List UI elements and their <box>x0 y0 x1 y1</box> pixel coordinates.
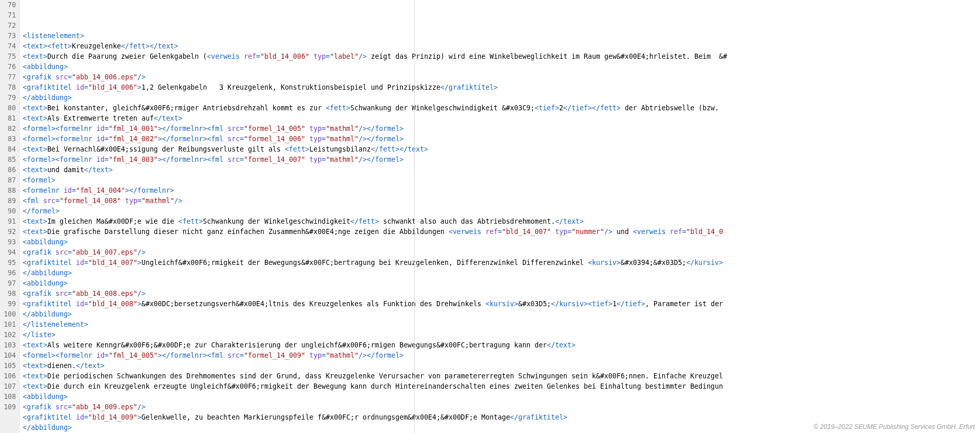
code-line[interactable]: <abbildung> <box>23 237 980 247</box>
line-number: 88 <box>0 186 16 196</box>
line-number: 73 <box>0 31 16 41</box>
code-line[interactable]: <text>Als weitere Kenngr&#x00F6;&#x00DF;… <box>23 340 980 351</box>
code-line[interactable]: <text>Bei Vernachl&#x00E4;ssigung der Re… <box>23 144 980 155</box>
line-number: 107 <box>0 381 16 392</box>
footer-copyright: © 2019–2022 SEUME Publishing Services Gm… <box>813 422 975 432</box>
code-line[interactable]: </abbildung> <box>23 309 980 320</box>
code-line[interactable]: </abbildung> <box>23 93 980 103</box>
line-number: 109 <box>0 402 16 412</box>
code-line[interactable]: </liste> <box>23 330 980 340</box>
line-number: 87 <box>0 175 16 186</box>
line-number: 71 <box>0 10 16 21</box>
line-number: 91 <box>0 216 16 227</box>
line-number: 79 <box>0 93 16 103</box>
code-line[interactable]: </abbildung> <box>23 268 980 278</box>
line-number: 102 <box>0 330 16 340</box>
code-line[interactable]: <formel><formelnr id="fml_14_005"></form… <box>23 351 980 361</box>
line-number: 106 <box>0 371 16 381</box>
line-number: 85 <box>0 155 16 165</box>
code-line[interactable]: <formel><formelnr id="fml_14_002"></form… <box>23 134 980 144</box>
line-number: 76 <box>0 62 16 72</box>
line-number: 95 <box>0 258 16 268</box>
code-line[interactable]: <text><fett>Kreuzgelenke</fett></text> <box>23 41 980 52</box>
line-number: 70 <box>0 0 16 10</box>
code-line[interactable]: <grafiktitel id="bld_14_006">1,2 Gelenkg… <box>23 82 980 93</box>
line-number: 97 <box>0 278 16 289</box>
line-number: 82 <box>0 124 16 134</box>
line-number: 101 <box>0 320 16 330</box>
line-number: 81 <box>0 113 16 124</box>
code-line[interactable]: <text>Durch die Paarung zweier Gelenkgab… <box>23 52 980 62</box>
code-line[interactable]: <text>dienen.</text> <box>23 361 980 371</box>
line-number: 93 <box>0 237 16 247</box>
line-number: 86 <box>0 165 16 175</box>
line-number: 77 <box>0 72 16 82</box>
line-number-gutter: 7071727374757677787980818283848586878889… <box>0 0 20 433</box>
code-line[interactable]: <grafik src="abb_14_006.eps"/> <box>23 72 980 82</box>
line-number: 78 <box>0 82 16 93</box>
code-line[interactable]: <grafik src="abb_14_009.eps"/> <box>23 402 980 412</box>
code-line[interactable]: <text>Die grafische Darstellung dieser n… <box>23 227 980 237</box>
line-number: 105 <box>0 361 16 371</box>
line-number: 83 <box>0 134 16 144</box>
editor: 7071727374757677787980818283848586878889… <box>0 0 980 433</box>
code-area[interactable]: <listenelement><text><fett>Kreuzgelenke<… <box>20 0 980 433</box>
line-number: 94 <box>0 247 16 258</box>
code-line[interactable]: <text>Im gleichen Ma&#x00DF;e wie die <f… <box>23 216 980 227</box>
code-line[interactable]: <formel><formelnr id="fml_14_003"></form… <box>23 155 980 165</box>
line-number: 108 <box>0 392 16 402</box>
line-number: 74 <box>0 41 16 52</box>
line-number: 75 <box>0 52 16 62</box>
code-line[interactable]: <formel> <box>23 175 980 186</box>
line-number: 80 <box>0 103 16 113</box>
code-line[interactable]: </listenelement> <box>23 320 980 330</box>
code-line[interactable]: <text>Die durch ein Kreuzgelenk erzeugte… <box>23 381 980 392</box>
code-line[interactable]: <abbildung> <box>23 62 980 72</box>
line-number: 72 <box>0 21 16 31</box>
code-line[interactable]: <text>Die periodischen Schwankungen des … <box>23 371 980 381</box>
code-line[interactable]: <grafiktitel id="bld_14_008">&#x00DC;ber… <box>23 299 980 309</box>
code-line[interactable]: <abbildung> <box>23 392 980 402</box>
line-number: 100 <box>0 309 16 320</box>
code-line[interactable]: <text>Als Extremwerte treten auf</text> <box>23 113 980 124</box>
code-line[interactable]: <listenelement> <box>23 31 980 41</box>
code-line[interactable]: <grafik src="abb_14_007.eps"/> <box>23 247 980 258</box>
code-line[interactable]: <fml src="formel_14_008" typ="mathml"/> <box>23 196 980 206</box>
line-number: 90 <box>0 206 16 216</box>
code-line[interactable]: <grafik src="abb_14_008.eps"/> <box>23 289 980 299</box>
line-number: 99 <box>0 299 16 309</box>
code-line[interactable]: <grafiktitel id="bld_14_009">Gelenkwelle… <box>23 412 980 423</box>
code-line[interactable]: <text>und damit</text> <box>23 165 980 175</box>
code-line[interactable]: <formelnr id="fml_14_004"></formelnr> <box>23 186 980 196</box>
line-number: 89 <box>0 196 16 206</box>
code-line[interactable]: <formel><formelnr id="fml_14_001"></form… <box>23 124 980 134</box>
line-number: 104 <box>0 351 16 361</box>
code-line[interactable]: <text>Bei konstanter, gleichf&#x00F6;rmi… <box>23 103 980 113</box>
line-number: 92 <box>0 227 16 237</box>
code-line[interactable]: </formel> <box>23 206 980 216</box>
line-number: 96 <box>0 268 16 278</box>
line-number: 84 <box>0 144 16 155</box>
code-line[interactable]: <abbildung> <box>23 278 980 289</box>
code-line[interactable]: <grafiktitel id="bld_14_007">Ungleichf&#… <box>23 258 980 268</box>
line-number: 103 <box>0 340 16 351</box>
line-number: 98 <box>0 289 16 299</box>
